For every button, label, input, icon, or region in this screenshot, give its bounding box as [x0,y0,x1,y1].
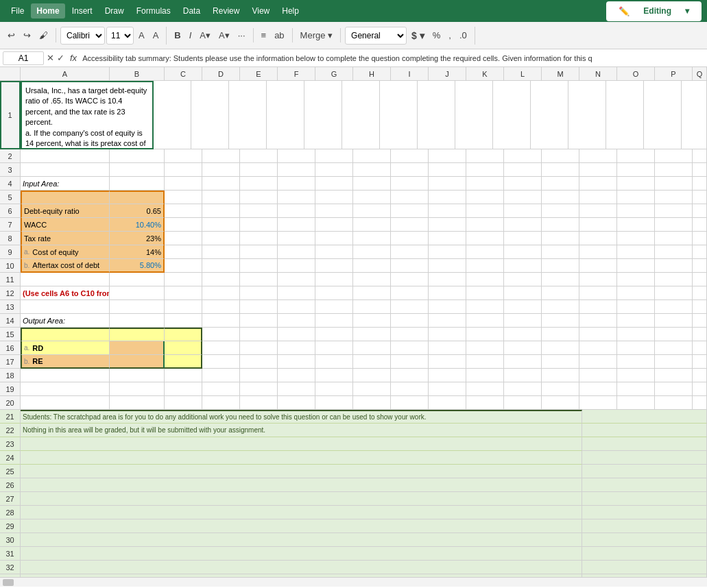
cell-n4[interactable] [579,177,617,191]
cell-q12[interactable] [693,286,707,300]
cell-k3[interactable] [466,163,504,177]
cell-i14[interactable] [391,314,429,328]
cell-e3[interactable] [240,163,278,177]
cell-a16[interactable]: a. RD [21,341,110,355]
cell-f3[interactable] [278,163,315,177]
cell-n13[interactable] [579,300,617,314]
cell-n1[interactable] [531,81,568,149]
cell-l11[interactable] [504,273,542,286]
cell-f10[interactable] [278,259,315,273]
cell-a15[interactable] [21,328,110,341]
cell-f6[interactable] [278,204,315,218]
cell-b6[interactable]: 0.65 [110,204,165,218]
cell-a3[interactable] [21,163,110,177]
cell-k15[interactable] [466,328,504,341]
cell-k6[interactable] [466,204,504,218]
cell-h13[interactable] [353,300,391,314]
cell-b9[interactable]: 14% [110,245,165,259]
menu-help[interactable]: Help [276,3,304,19]
cell-d16[interactable] [202,341,240,355]
cell-q19[interactable] [693,382,707,396]
cell-j20[interactable] [429,396,466,410]
cell-p19[interactable] [655,382,693,396]
cell-h14[interactable] [353,314,391,328]
cell-c9[interactable] [165,245,202,259]
cell-c20[interactable] [165,396,202,410]
cell-f13[interactable] [278,300,315,314]
percent-button[interactable]: % [429,28,444,42]
cell-c19[interactable] [165,382,202,396]
cell-p11[interactable] [655,273,693,286]
sheet-grid[interactable]: A B C D E F G H I J K L M N O P Q 1 Ursa… [0,67,707,577]
cell-d20[interactable] [202,396,240,410]
menu-data[interactable]: Data [178,3,206,19]
cell-h12[interactable] [353,286,391,300]
cell-j2[interactable] [429,149,466,163]
cell-extra23[interactable] [582,437,707,451]
italic-button[interactable]: I [186,28,195,42]
cell-l4[interactable] [504,177,542,191]
cell-a27[interactable] [21,492,582,506]
cell-j17[interactable] [429,355,466,369]
cell-d15[interactable] [202,328,240,341]
cell-a5[interactable] [21,191,110,204]
cell-f2[interactable] [278,149,315,163]
cell-c16[interactable] [165,341,202,355]
cell-c18[interactable] [165,369,202,382]
cell-d5[interactable] [202,191,240,204]
cell-g14[interactable] [315,314,353,328]
col-header-a[interactable]: A [21,67,110,81]
cell-d11[interactable] [202,273,240,286]
cell-b3[interactable] [110,163,165,177]
cell-i8[interactable] [391,232,429,245]
cell-p1[interactable] [606,81,644,149]
font-color-button[interactable]: A▾ [215,28,233,42]
cell-m20[interactable] [542,396,579,410]
cell-o17[interactable] [617,355,655,369]
cell-o14[interactable] [617,314,655,328]
cell-a17[interactable]: b. RE [21,355,110,369]
cell-l17[interactable] [504,355,542,369]
cell-h1[interactable] [304,81,342,149]
cell-j16[interactable] [429,341,466,355]
cell-k8[interactable] [466,232,504,245]
cell-a32[interactable] [21,561,582,574]
cell-f14[interactable] [278,314,315,328]
cell-o15[interactable] [617,328,655,341]
cell-extra24[interactable] [582,451,707,465]
col-header-c[interactable]: C [165,67,202,81]
cell-f11[interactable] [278,273,315,286]
cell-g1[interactable] [267,81,304,149]
cell-m15[interactable] [542,328,579,341]
cell-i4[interactable] [391,177,429,191]
cell-j14[interactable] [429,314,466,328]
cell-p15[interactable] [655,328,693,341]
cell-k5[interactable] [466,191,504,204]
cell-a9[interactable]: a. Cost of equity [21,245,110,259]
col-header-q[interactable]: Q [693,67,707,81]
cell-e20[interactable] [240,396,278,410]
cell-q9[interactable] [693,245,707,259]
cell-reference-input[interactable] [3,51,44,65]
col-header-i[interactable]: I [391,67,429,81]
cell-b15[interactable] [110,328,165,341]
cell-d10[interactable] [202,259,240,273]
cell-b14[interactable] [110,314,165,328]
cell-l12[interactable] [504,286,542,300]
cell-m19[interactable] [542,382,579,396]
cell-j1[interactable] [380,81,418,149]
cell-f20[interactable] [278,396,315,410]
scroll-left-btn[interactable] [3,579,14,586]
cell-j10[interactable] [429,259,466,273]
cell-p12[interactable] [655,286,693,300]
cell-g20[interactable] [315,396,353,410]
cell-p3[interactable] [655,163,693,177]
cell-e11[interactable] [240,273,278,286]
cell-a12[interactable]: (Use cells A6 to C10 from the given info… [21,286,110,300]
cell-j9[interactable] [429,245,466,259]
cell-k11[interactable] [466,273,504,286]
cell-n9[interactable] [579,245,617,259]
cell-a4[interactable]: Input Area: [21,177,110,191]
cell-c12[interactable] [165,286,202,300]
cell-m3[interactable] [542,163,579,177]
